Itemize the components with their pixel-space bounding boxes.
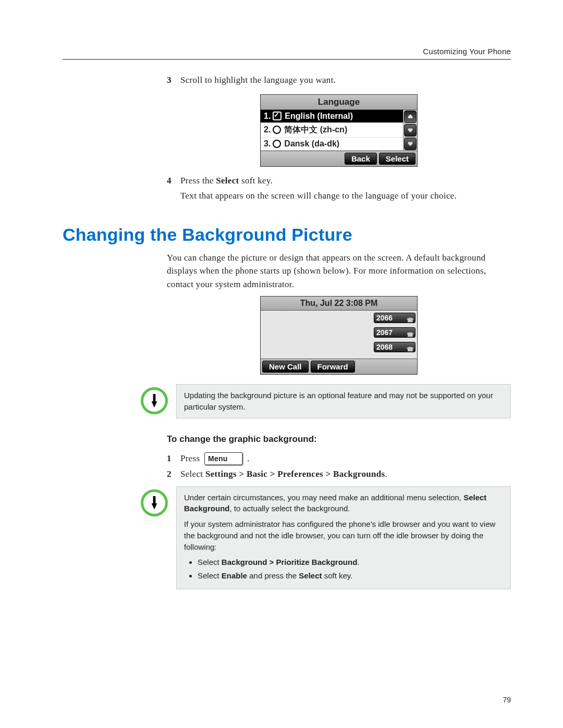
step-number: 2 bbox=[167, 467, 180, 481]
sub-heading: To change the graphic background: bbox=[167, 434, 511, 445]
note-arrow-icon bbox=[141, 387, 168, 414]
line-key-1: 2066 bbox=[374, 313, 415, 323]
text-run: Under certain circumstances, you may nee… bbox=[184, 493, 463, 502]
step-text: Press the Select soft key. bbox=[180, 174, 511, 188]
phone-icon bbox=[407, 315, 413, 320]
line-number: 2068 bbox=[376, 343, 393, 351]
bold-text: Enable bbox=[222, 571, 247, 580]
text-run: Press the bbox=[180, 176, 216, 186]
bold-text: Background > Prioritize Background bbox=[222, 558, 357, 566]
content-column: You can change the picture or design tha… bbox=[167, 251, 511, 375]
screenshot-footer: Back Select bbox=[261, 151, 417, 166]
text-run: Select bbox=[198, 571, 222, 580]
note-arrow-icon bbox=[141, 489, 168, 516]
screenshot-title: Language bbox=[261, 95, 417, 110]
item-index: 1. bbox=[264, 112, 271, 121]
phone-icon bbox=[407, 330, 413, 335]
unchecked-icon bbox=[273, 126, 281, 134]
note-list-item: Select Enable and press the Select soft … bbox=[198, 570, 503, 582]
bg-step-1: 1 Press Menu . bbox=[167, 452, 511, 466]
forward-softkey: Forward bbox=[311, 361, 355, 373]
scrollbar bbox=[403, 110, 417, 151]
item-label: Dansk (da-dk) bbox=[284, 139, 339, 149]
note-2: Under certain circumstances, you may nee… bbox=[141, 486, 511, 589]
menu-key-icon: Menu bbox=[204, 452, 243, 465]
select-softkey: Select bbox=[379, 153, 415, 165]
text-run: soft key. bbox=[322, 571, 352, 580]
text-run: Press bbox=[180, 453, 202, 463]
header-rule bbox=[63, 59, 511, 60]
item-label: English (Internal) bbox=[285, 112, 353, 121]
note-text: Updating the background picture is an op… bbox=[176, 384, 511, 418]
checked-icon bbox=[273, 112, 282, 120]
note-text: Under certain circumstances, you may nee… bbox=[176, 486, 511, 589]
step-4: 4 Press the Select soft key. bbox=[167, 174, 511, 188]
content-column: 3 Scroll to highlight the language you w… bbox=[167, 73, 511, 203]
page: Customizing Your Phone 3 Scroll to highl… bbox=[0, 0, 563, 728]
text-run: . bbox=[385, 469, 387, 479]
language-item-2: 2. 简体中文 (zh-cn) bbox=[261, 123, 403, 138]
line-number: 2066 bbox=[376, 314, 393, 322]
step-text: Scroll to highlight the language you wan… bbox=[180, 73, 511, 87]
text-run: . bbox=[357, 558, 359, 566]
item-label: 简体中文 (zh-cn) bbox=[284, 125, 347, 135]
note-paragraph: Under certain circumstances, you may nee… bbox=[184, 492, 503, 515]
line-number: 2067 bbox=[376, 328, 393, 337]
step-number: 4 bbox=[167, 174, 180, 188]
page-number: 79 bbox=[503, 696, 511, 704]
bold-text: Select bbox=[299, 571, 322, 580]
newcall-softkey: New Call bbox=[262, 361, 309, 373]
text-run: Select bbox=[198, 558, 222, 566]
bold-text: Settings > Basic > Preferences > Backgro… bbox=[205, 469, 385, 479]
language-item-1: 1. English (Internal) bbox=[261, 110, 403, 123]
note-list: Select Background > Prioritize Backgroun… bbox=[184, 557, 503, 582]
step-3: 3 Scroll to highlight the language you w… bbox=[167, 73, 511, 87]
screenshot-footer: New Call Forward bbox=[261, 359, 417, 374]
scroll-down-icon bbox=[404, 138, 417, 150]
language-item-3: 3. Dansk (da-dk) bbox=[261, 138, 403, 151]
screenshot-body: 1. English (Internal) 2. 简体中文 (zh-cn) 3.… bbox=[261, 110, 417, 151]
text-run: soft key. bbox=[239, 176, 273, 186]
unchecked-icon bbox=[273, 140, 281, 148]
note-paragraph: If your system administrator has configu… bbox=[184, 519, 503, 552]
text-run: and press the bbox=[247, 571, 299, 580]
step-4-followup: Text that appears on the screen will cha… bbox=[180, 189, 511, 203]
section-heading: Changing the Background Picture bbox=[63, 225, 511, 245]
line-key-3: 2068 bbox=[374, 342, 415, 352]
language-screenshot: Language 1. English (Internal) 2. 简体中文 (… bbox=[260, 94, 418, 167]
bg-step-2: 2 Select Settings > Basic > Preferences … bbox=[167, 467, 511, 481]
back-softkey: Back bbox=[345, 153, 377, 165]
idle-screenshot: Thu, Jul 22 3:08 PM 2066 2067 2068 New C… bbox=[260, 296, 418, 375]
header-label: Customizing Your Phone bbox=[63, 47, 511, 56]
item-index: 3. bbox=[264, 139, 271, 149]
language-list: 1. English (Internal) 2. 简体中文 (zh-cn) 3.… bbox=[261, 110, 403, 151]
note-list-item: Select Background > Prioritize Backgroun… bbox=[198, 557, 503, 568]
scroll-thumb-icon bbox=[404, 124, 417, 137]
text-run: . bbox=[247, 453, 250, 463]
bold-text: Select bbox=[216, 176, 239, 186]
phone-icon bbox=[407, 344, 413, 350]
screenshot-body: 2066 2067 2068 bbox=[261, 311, 417, 359]
intro-paragraph: You can change the picture or design tha… bbox=[167, 251, 511, 291]
item-index: 2. bbox=[264, 125, 271, 134]
step-number: 3 bbox=[167, 73, 180, 87]
note-1: Updating the background picture is an op… bbox=[141, 384, 511, 418]
content-column: To change the graphic background: 1 Pres… bbox=[167, 434, 511, 481]
step-text: Press Menu . bbox=[180, 452, 511, 466]
step-text: Select Settings > Basic > Preferences > … bbox=[180, 467, 511, 481]
text-run: , to actually select the background. bbox=[230, 504, 350, 513]
scroll-up-icon bbox=[404, 110, 417, 123]
text-run: Select bbox=[180, 469, 205, 479]
step-number: 1 bbox=[167, 452, 180, 466]
screenshot-title: Thu, Jul 22 3:08 PM bbox=[261, 297, 417, 311]
line-key-2: 2067 bbox=[374, 327, 415, 338]
